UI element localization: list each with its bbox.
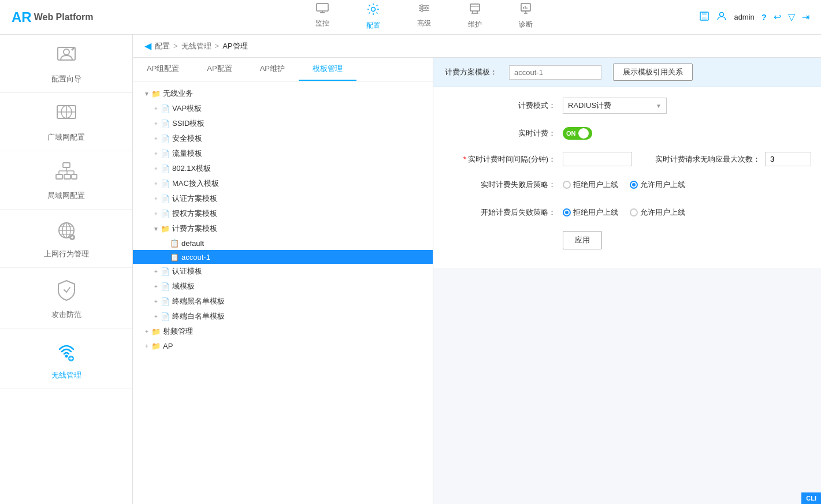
tree-node-ssid[interactable]: + 📄 SSID模板 — [133, 116, 433, 131]
nav-label-monitor: 监控 — [315, 18, 329, 28]
realtime-billing-toggle[interactable]: ON — [563, 127, 592, 140]
lan-icon — [55, 162, 78, 187]
sub-tab-ap-group[interactable]: AP组配置 — [133, 58, 193, 81]
expand-ssid[interactable]: + — [151, 119, 161, 128]
svg-rect-32 — [63, 163, 70, 167]
tree-node-domain[interactable]: + 📄 域模板 — [133, 279, 433, 294]
expand-wireless-service[interactable]: ▼ — [142, 89, 151, 98]
tree-node-vap[interactable]: + 📄 VAP模板 — [133, 101, 433, 116]
main-layout: 配置向导 广域网配置 局域网配置 上网行为管理 攻击防范 — [0, 35, 821, 504]
expand-radio[interactable]: + — [142, 327, 151, 336]
nav-tab-advanced[interactable]: 高级 — [410, 0, 438, 36]
realtime-interval-label: * 实时计费时间间隔(分钟)： — [447, 154, 563, 165]
svg-rect-0 — [317, 3, 328, 11]
expand-auth[interactable]: + — [151, 209, 161, 218]
config-guide-icon — [55, 45, 78, 70]
nav-tab-monitor[interactable]: 监控 — [309, 0, 336, 36]
sidebar-item-wan[interactable]: 广域网配置 — [0, 93, 132, 151]
file-icon-security: 📄 — [161, 135, 170, 143]
tree-node-accout1[interactable]: 📋 accout-1 — [133, 250, 433, 264]
sub-tab-ap-maintenance[interactable]: AP维护 — [246, 58, 299, 81]
expand-80211x[interactable]: + — [151, 164, 161, 173]
nav-tab-diagnosis[interactable]: 诊断 — [512, 0, 540, 36]
logout-icon[interactable]: ⇥ — [802, 12, 809, 23]
start-fail-allow[interactable]: 允许用户上线 — [630, 207, 685, 218]
template-input[interactable] — [509, 65, 601, 80]
sub-tab-template-mgmt[interactable]: 模板管理 — [299, 58, 356, 81]
billing-mode-select[interactable]: RADIUS计费 ▼ — [563, 98, 667, 114]
apply-button[interactable]: 应用 — [563, 231, 602, 249]
breadcrumb-config[interactable]: 配置 — [155, 41, 170, 51]
tree-node-auth-config[interactable]: + 📄 认证模板 — [133, 264, 433, 279]
sidebar-item-config-guide[interactable]: 配置向导 — [0, 35, 132, 93]
svg-rect-15 — [521, 3, 530, 11]
breadcrumb-back-icon[interactable]: ◀ — [144, 40, 151, 51]
start-fail-reject[interactable]: 拒绝用户上线 — [563, 207, 618, 218]
expand-ap[interactable]: + — [142, 341, 151, 350]
nav-label-diagnosis: 诊断 — [519, 20, 533, 29]
show-ref-button[interactable]: 展示模板引用关系 — [613, 64, 693, 81]
svg-point-9 — [421, 9, 423, 12]
tree-node-radio[interactable]: + 📁 射频管理 — [133, 324, 433, 339]
tree-node-blacklist[interactable]: + 📄 终端黑名单模板 — [133, 294, 433, 309]
expand-billing[interactable]: ▼ — [151, 224, 161, 233]
realtime-interval-left: * 实时计费时间间隔(分钟)： — [447, 152, 632, 166]
form-header: 计费方案模板： 展示模板引用关系 — [433, 58, 821, 87]
tree-node-security[interactable]: + 📄 安全模板 — [133, 131, 433, 146]
maintenance-icon — [469, 3, 481, 17]
filter-icon[interactable]: ▽ — [788, 12, 795, 23]
expand-security[interactable]: + — [151, 134, 161, 143]
svg-rect-23 — [702, 12, 707, 15]
form-body: 计费模式： RADIUS计费 ▼ 实时计费： — [433, 87, 821, 268]
expand-vap[interactable]: + — [151, 104, 161, 113]
user-icon[interactable] — [716, 11, 727, 24]
expand-domain[interactable]: + — [151, 282, 161, 291]
tree-node-billing[interactable]: ▼ 📁 计费方案模板 — [133, 221, 433, 236]
logo-text: Web Platform — [34, 12, 94, 23]
tree-node-80211x[interactable]: + 📄 802.1X模板 — [133, 161, 433, 176]
tree-node-ap[interactable]: + 📁 AP — [133, 339, 433, 353]
expand-traffic[interactable]: + — [151, 149, 161, 158]
sub-tab-ap-config[interactable]: AP配置 — [193, 58, 246, 81]
folder-icon-ap: 📁 — [151, 342, 161, 350]
expand-auth-scheme[interactable]: + — [151, 194, 161, 203]
content-area: AP组配置 AP配置 AP维护 模板管理 ▼ — [133, 58, 821, 504]
toggle-label: ON — [566, 130, 576, 137]
billing-start-fail-label: 开始计费后失败策略： — [447, 207, 563, 218]
select-arrow-icon: ▼ — [656, 103, 662, 109]
tree-node-auth[interactable]: + 📄 授权方案模板 — [133, 206, 433, 221]
billing-fail-content: 拒绝用户上线 允许用户上线 — [563, 180, 807, 190]
save-icon[interactable] — [699, 11, 709, 24]
svg-point-8 — [425, 7, 428, 9]
tree-node-mac[interactable]: + 📄 MAC接入模板 — [133, 176, 433, 191]
tree-node-wireless-service[interactable]: ▼ 📁 无线业务 — [133, 86, 433, 101]
svg-point-7 — [421, 5, 423, 7]
expand-auth-config[interactable]: + — [151, 267, 161, 276]
tree-node-default[interactable]: 📋 default — [133, 236, 433, 250]
billing-fail-radio-group: 拒绝用户上线 允许用户上线 — [563, 180, 685, 190]
billing-fail-label: 实时计费失败后策略： — [447, 180, 563, 190]
realtime-billing-row: 实时计费： ON — [447, 124, 807, 143]
billing-fail-allow[interactable]: 允许用户上线 — [630, 180, 685, 190]
tree-node-auth-scheme[interactable]: + 📄 认证方案模板 — [133, 191, 433, 206]
sidebar-item-lan[interactable]: 局域网配置 — [0, 151, 132, 210]
sidebar-item-attack[interactable]: 攻击防范 — [0, 268, 132, 328]
back-icon[interactable]: ↩ — [774, 12, 781, 23]
tree-node-whitelist[interactable]: + 📄 终端白名单模板 — [133, 309, 433, 324]
nav-tab-maintenance[interactable]: 维护 — [461, 0, 489, 36]
nav-tab-config[interactable]: 配置 — [359, 0, 387, 36]
billing-fail-reject[interactable]: 拒绝用户上线 — [563, 180, 618, 190]
expand-whitelist[interactable]: + — [151, 312, 161, 321]
realtime-max-input[interactable] — [765, 152, 811, 166]
expand-blacklist[interactable]: + — [151, 297, 161, 306]
sidebar-item-wireless[interactable]: 无线管理 — [0, 328, 132, 389]
cli-badge[interactable]: CLI — [801, 492, 821, 504]
file-icon-auth: 📄 — [161, 210, 170, 218]
expand-mac[interactable]: + — [151, 179, 161, 188]
sidebar-item-internet[interactable]: 上网行为管理 — [0, 210, 132, 268]
tree-node-traffic[interactable]: + 📄 流量模板 — [133, 146, 433, 161]
breadcrumb-wireless[interactable]: 无线管理 — [181, 41, 211, 51]
help-icon[interactable]: ? — [761, 12, 767, 22]
svg-point-50 — [65, 355, 68, 358]
realtime-interval-input[interactable] — [563, 152, 632, 166]
